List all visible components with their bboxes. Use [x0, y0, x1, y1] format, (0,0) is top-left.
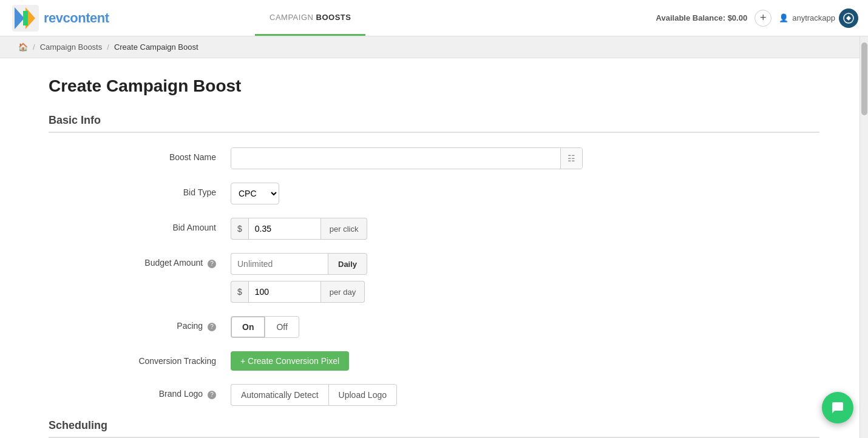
boost-name-row: Boost Name ☷ — [49, 147, 595, 169]
bid-amount-input[interactable] — [248, 218, 321, 240]
user-area[interactable]: 👤 anytrackapp — [779, 8, 858, 28]
chat-button[interactable] — [822, 392, 853, 423]
scheduling-section: Scheduling Start Date Immediately Specif… — [49, 419, 819, 438]
upload-logo-button[interactable]: Upload Logo — [328, 384, 397, 406]
budget-top-row: Daily — [231, 253, 595, 275]
brand-logo-row: Brand Logo ? Automatically Detect Upload… — [49, 384, 595, 406]
boost-name-input-wrapper: ☷ — [231, 147, 583, 169]
breadcrumb-campaign-boosts[interactable]: Campaign Boosts — [40, 42, 103, 52]
brand-logo-help-icon[interactable]: ? — [208, 391, 216, 399]
tab-campaign-boosts[interactable]: CAMPAIGN BOOSTS — [255, 0, 365, 36]
top-navigation: revcontent CAMPAIGN BOOSTS Available Bal… — [0, 0, 868, 36]
conversion-tracking-label: Conversion Tracking — [49, 351, 231, 366]
logo-text: revcontent — [44, 10, 109, 26]
main-content: Create Campaign Boost Basic Info Boost N… — [0, 58, 868, 438]
bid-type-select[interactable]: CPC CPM CPA — [231, 183, 279, 204]
basic-info-title: Basic Info — [49, 114, 819, 133]
budget-amount-label: Budget Amount ? — [49, 253, 231, 268]
pacing-help-icon[interactable]: ? — [208, 323, 216, 331]
brand-logo-buttons: Automatically Detect Upload Logo — [231, 384, 595, 406]
boost-name-control: ☷ — [231, 147, 595, 169]
logo-area: revcontent — [0, 0, 255, 36]
boost-name-input[interactable] — [231, 148, 560, 169]
scrollbar-thumb[interactable] — [861, 42, 867, 115]
brand-logo-label: Brand Logo ? — [49, 384, 231, 399]
svg-rect-3 — [23, 11, 28, 25]
pacing-label: Pacing ? — [49, 316, 231, 331]
add-button[interactable]: + — [754, 10, 771, 27]
boost-name-label: Boost Name — [49, 147, 231, 162]
budget-amount-control: Daily $ per day — [231, 253, 595, 303]
pacing-control: On Off — [231, 316, 595, 338]
username-label: anytrackapp — [792, 13, 835, 22]
per-day-label: per day — [321, 281, 365, 303]
budget-unlimited-input[interactable] — [231, 253, 328, 275]
nav-tabs: CAMPAIGN BOOSTS — [255, 0, 646, 36]
scheduling-title: Scheduling — [49, 419, 819, 438]
user-icon: 👤 — [779, 13, 788, 22]
budget-daily-input[interactable] — [248, 281, 321, 303]
revv-icon — [839, 8, 858, 28]
breadcrumb-current: Create Campaign Boost — [114, 42, 198, 52]
pacing-row: Pacing ? On Off — [49, 316, 595, 338]
bid-amount-label: Bid Amount — [49, 218, 231, 232]
logo-icon — [12, 5, 39, 32]
pacing-off-button[interactable]: Off — [265, 316, 299, 338]
basic-info-section: Basic Info Boost Name ☷ Bid Type CPC CPM — [49, 114, 819, 406]
bid-amount-group: $ per click — [231, 218, 595, 240]
conversion-tracking-control: + Create Conversion Pixel — [231, 351, 595, 371]
home-icon[interactable]: 🏠 — [18, 42, 28, 52]
conversion-tracking-row: Conversion Tracking + Create Conversion … — [49, 351, 595, 371]
pacing-toggle-group: On Off — [231, 316, 595, 338]
auto-detect-button[interactable]: Automatically Detect — [231, 384, 328, 406]
budget-prefix: $ — [231, 281, 248, 303]
boost-name-icon: ☷ — [560, 148, 582, 169]
pacing-on-button[interactable]: On — [231, 316, 265, 338]
nav-right: Available Balance: $0.00 + 👤 anytrackapp — [646, 0, 868, 36]
per-click-label: per click — [321, 218, 368, 240]
bid-amount-control: $ per click — [231, 218, 595, 240]
bid-amount-row: Bid Amount $ per click — [49, 218, 595, 240]
create-conversion-pixel-button[interactable]: + Create Conversion Pixel — [231, 351, 349, 371]
scrollbar-track[interactable] — [860, 36, 868, 438]
bid-type-row: Bid Type CPC CPM CPA — [49, 183, 595, 204]
bid-type-label: Bid Type — [49, 183, 231, 197]
bid-prefix: $ — [231, 218, 248, 240]
budget-help-icon[interactable]: ? — [208, 260, 216, 268]
bid-type-control: CPC CPM CPA — [231, 183, 595, 204]
page-title: Create Campaign Boost — [49, 76, 819, 96]
brand-logo-control: Automatically Detect Upload Logo — [231, 384, 595, 406]
budget-amount-row: Budget Amount ? Daily $ per day — [49, 253, 595, 303]
budget-daily-button[interactable]: Daily — [328, 253, 367, 275]
breadcrumb: 🏠 / Campaign Boosts / Create Campaign Bo… — [0, 36, 868, 58]
budget-daily-group: $ per day — [231, 281, 595, 303]
balance-text: Available Balance: $0.00 — [656, 13, 748, 22]
